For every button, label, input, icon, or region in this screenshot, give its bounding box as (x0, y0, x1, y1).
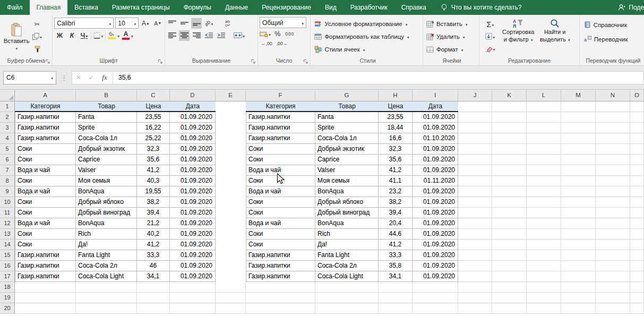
col-header-J[interactable]: J (458, 90, 492, 101)
dialog-launcher-font[interactable] (158, 59, 163, 64)
cell-I6[interactable]: 01.09.2020 (413, 155, 458, 165)
cell-K18[interactable] (492, 282, 527, 293)
format-cells-button[interactable]: Формат (426, 44, 477, 54)
cell-I17[interactable]: 01.09.2020 (413, 271, 458, 282)
cell-B14[interactable]: Да! (76, 240, 137, 250)
paste-button[interactable]: Вставить (2, 16, 31, 57)
cell-B13[interactable]: Rich (76, 229, 137, 240)
cell-O11[interactable] (630, 208, 644, 218)
row-header-16[interactable]: 16 (0, 261, 15, 271)
row-header-11[interactable]: 11 (0, 208, 15, 218)
row-header-18[interactable]: 18 (0, 282, 15, 293)
cell-G7[interactable]: Valser (315, 165, 379, 176)
select-all-corner[interactable] (0, 90, 15, 101)
cell-N7[interactable] (596, 165, 630, 176)
cell-D3[interactable]: 01.09.2020 (170, 123, 216, 133)
fill-color-button[interactable] (107, 30, 119, 41)
col-header-A[interactable]: A (15, 90, 76, 101)
cell-I7[interactable]: 01.09.2020 (413, 165, 458, 176)
cell-C16[interactable]: 46 (137, 261, 170, 271)
cell-A3[interactable]: Газир.напитки (15, 123, 76, 133)
cell-J5[interactable] (458, 144, 492, 155)
cell-J19[interactable] (458, 293, 492, 303)
cell-A19[interactable] (15, 293, 76, 303)
cell-G13[interactable]: Rich (315, 229, 379, 240)
row-header-12[interactable]: 12 (0, 218, 15, 229)
cell-C17[interactable]: 34,1 (137, 271, 170, 282)
col-header-E[interactable]: E (216, 90, 246, 101)
col-header-C[interactable]: C (137, 90, 170, 101)
align-middle-button[interactable] (179, 18, 190, 29)
cell-N16[interactable] (596, 261, 630, 271)
cell-L4[interactable] (527, 133, 561, 144)
cell-A13[interactable]: Соки (15, 229, 76, 240)
cell-M9[interactable] (561, 186, 596, 197)
cell-M6[interactable] (561, 155, 596, 165)
cell-B15[interactable]: Fanta Light (76, 250, 137, 261)
cell-L18[interactable] (527, 282, 561, 293)
cell-B3[interactable]: Sprite (76, 123, 137, 133)
row-header-19[interactable]: 19 (0, 293, 15, 303)
cell-B12[interactable]: BonAqua (76, 218, 137, 229)
cell-I12[interactable]: 01.09.2020 (413, 218, 458, 229)
cell-L16[interactable] (527, 261, 561, 271)
cell-G6[interactable]: Caprice (315, 155, 379, 165)
underline-button[interactable]: Ч (79, 30, 89, 41)
cell-L9[interactable] (527, 186, 561, 197)
cell-E18[interactable] (216, 282, 246, 293)
italic-button[interactable]: К (66, 30, 77, 41)
cell-H18[interactable] (379, 282, 413, 293)
cell-O14[interactable] (630, 240, 644, 250)
cell-H6[interactable]: 35,6 (379, 155, 413, 165)
cell-B6[interactable]: Caprice (76, 155, 137, 165)
cell-O2[interactable] (630, 112, 644, 123)
tab-page-layout[interactable]: Разметка страницы (105, 0, 177, 15)
delete-cells-button[interactable]: Удалить (426, 32, 477, 42)
cell-O13[interactable] (630, 229, 644, 240)
cell-G2[interactable]: Fanta (315, 112, 379, 123)
cell-K2[interactable] (492, 112, 527, 123)
cell-L15[interactable] (527, 250, 561, 261)
row-header-17[interactable]: 17 (0, 271, 15, 282)
cell-M7[interactable] (561, 165, 596, 176)
cell-H11[interactable]: 39,4 (379, 208, 413, 218)
row-header-13[interactable]: 13 (0, 229, 15, 240)
row-header-4[interactable]: 4 (0, 133, 15, 144)
cell-D20[interactable] (170, 303, 216, 314)
cell-C9[interactable]: 19,55 (137, 186, 170, 197)
row-header-7[interactable]: 7 (0, 165, 15, 176)
cell-F2[interactable]: Газир.напитки (246, 112, 315, 123)
find-select-button[interactable]: Найти и выделить (537, 16, 572, 57)
cell-G15[interactable]: Fanta Light (315, 250, 379, 261)
col-header-D[interactable]: D (170, 90, 216, 101)
cell-E10[interactable] (216, 197, 246, 208)
cell-G1[interactable]: Товар (315, 101, 379, 112)
cell-L19[interactable] (527, 293, 561, 303)
cell-N2[interactable] (596, 112, 630, 123)
cell-J20[interactable] (458, 303, 492, 314)
row-header-20[interactable]: 20 (0, 303, 15, 314)
cell-J18[interactable] (458, 282, 492, 293)
cell-I18[interactable] (413, 282, 458, 293)
cell-H13[interactable]: 44,6 (379, 229, 413, 240)
cell-J10[interactable] (458, 197, 492, 208)
cell-L1[interactable] (527, 101, 561, 112)
format-as-table-button[interactable]: Форматировать как таблицу (314, 32, 421, 42)
cell-L10[interactable] (527, 197, 561, 208)
cell-D11[interactable]: 01.09.2020 (170, 208, 216, 218)
col-header-O[interactable]: O (630, 90, 644, 101)
percent-style-button[interactable]: % (272, 29, 283, 39)
cell-E15[interactable] (216, 250, 246, 261)
cell-E8[interactable] (216, 176, 246, 186)
cell-D4[interactable]: 01.09.2020 (170, 133, 216, 144)
cell-C7[interactable]: 41,2 (137, 165, 170, 176)
cancel-button[interactable] (72, 74, 85, 81)
cell-B2[interactable]: Fanta (76, 112, 137, 123)
cell-C11[interactable]: 39,4 (137, 208, 170, 218)
cell-C20[interactable] (137, 303, 170, 314)
cell-I15[interactable]: 01.09.2020 (413, 250, 458, 261)
cell-C5[interactable]: 32,3 (137, 144, 170, 155)
cell-K15[interactable] (492, 250, 527, 261)
cell-L3[interactable] (527, 123, 561, 133)
cell-D19[interactable] (170, 293, 216, 303)
